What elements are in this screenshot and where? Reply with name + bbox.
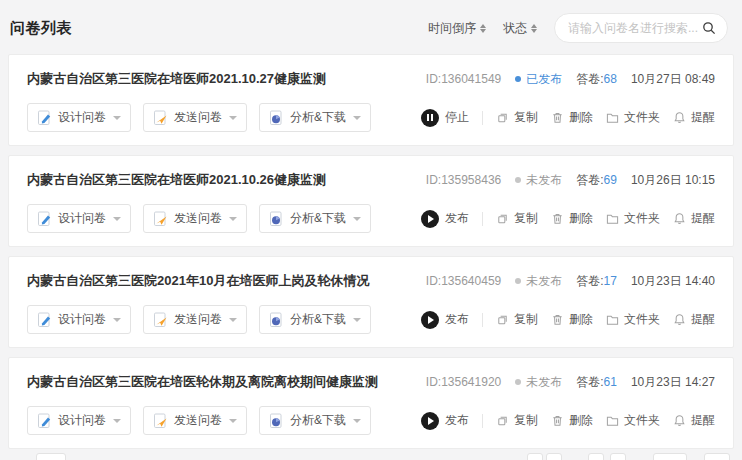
card-header-row: 内蒙古自治区第三医院2021年10月在培医师上岗及轮休情况 ID:1356404… bbox=[27, 272, 715, 290]
analyze-download-button[interactable]: 分析&下载 bbox=[259, 204, 371, 233]
partial-button[interactable] bbox=[588, 453, 604, 460]
chevron-down-icon bbox=[113, 116, 121, 120]
copy-label: 复制 bbox=[514, 412, 538, 429]
divider bbox=[482, 212, 483, 226]
publish-toggle-button[interactable]: 发布 bbox=[421, 311, 469, 329]
analyze-download-button[interactable]: 分析&下载 bbox=[259, 305, 371, 334]
answers-label: 答卷: bbox=[576, 375, 603, 389]
partial-button[interactable] bbox=[704, 453, 730, 460]
delete-label: 删除 bbox=[569, 412, 593, 429]
survey-date: 10月23日 14:27 bbox=[631, 374, 715, 391]
status-label: 未发布 bbox=[526, 172, 562, 189]
copy-button[interactable]: 复制 bbox=[496, 311, 538, 328]
bell-icon bbox=[673, 414, 686, 427]
search-input[interactable] bbox=[568, 21, 702, 35]
design-survey-button[interactable]: 设计问卷 bbox=[27, 305, 131, 334]
copy-icon bbox=[496, 212, 509, 225]
search-icon[interactable] bbox=[702, 21, 716, 35]
partial-button[interactable] bbox=[527, 453, 543, 460]
folder-button[interactable]: 文件夹 bbox=[606, 311, 660, 328]
remind-button[interactable]: 提醒 bbox=[673, 210, 715, 227]
survey-title[interactable]: 内蒙古自治区第三医院2021年10月在培医师上岗及轮休情况 bbox=[27, 272, 369, 290]
survey-list: 内蒙古自治区第三医院在培医师2021.10.27健康监测 ID:13604154… bbox=[0, 54, 742, 449]
delete-button[interactable]: 删除 bbox=[551, 210, 593, 227]
trash-icon bbox=[551, 414, 564, 427]
card-header-row: 内蒙古自治区第三医院在培医轮休期及离院离校期间健康监测 ID:135641920… bbox=[27, 373, 715, 391]
status-badge: 未发布 bbox=[515, 374, 562, 391]
survey-title[interactable]: 内蒙古自治区第三医院在培医师2021.10.26健康监测 bbox=[27, 171, 326, 189]
remind-label: 提醒 bbox=[691, 109, 715, 126]
answers-count: 答卷:68 bbox=[576, 71, 617, 88]
partial-button[interactable] bbox=[546, 453, 562, 460]
answers-number[interactable]: 69 bbox=[604, 173, 617, 187]
right-actions: 发布 复制 删除 bbox=[421, 210, 715, 228]
publish-toggle-button[interactable]: 发布 bbox=[421, 412, 469, 430]
answers-number[interactable]: 17 bbox=[604, 274, 617, 288]
chevron-down-icon bbox=[353, 419, 361, 423]
survey-id: ID:136041549 bbox=[426, 72, 501, 86]
analyze-download-button[interactable]: 分析&下载 bbox=[259, 103, 371, 132]
analyze-download-label: 分析&下载 bbox=[290, 210, 346, 227]
answers-count: 答卷:69 bbox=[576, 172, 617, 189]
survey-date: 10月23日 14:40 bbox=[631, 273, 715, 290]
analyze-download-label: 分析&下载 bbox=[290, 109, 346, 126]
delete-button[interactable]: 删除 bbox=[551, 412, 593, 429]
copy-button[interactable]: 复制 bbox=[496, 210, 538, 227]
remind-button[interactable]: 提醒 bbox=[673, 412, 715, 429]
status-dot bbox=[515, 76, 521, 82]
chevron-down-icon bbox=[353, 116, 361, 120]
send-survey-button[interactable]: 发送问卷 bbox=[143, 305, 247, 334]
remind-button[interactable]: 提醒 bbox=[673, 311, 715, 328]
answers-number[interactable]: 61 bbox=[604, 375, 617, 389]
folder-button[interactable]: 文件夹 bbox=[606, 412, 660, 429]
send-doc-icon bbox=[153, 413, 168, 429]
copy-button[interactable]: 复制 bbox=[496, 412, 538, 429]
answers-number[interactable]: 68 bbox=[604, 72, 617, 86]
status-dot bbox=[515, 278, 521, 284]
partial-button[interactable] bbox=[610, 453, 626, 460]
status-dot bbox=[515, 379, 521, 385]
design-survey-label: 设计问卷 bbox=[58, 311, 106, 328]
status-label: 未发布 bbox=[526, 273, 562, 290]
folder-icon bbox=[606, 313, 619, 326]
publish-toggle-button[interactable]: 停止 bbox=[421, 109, 469, 127]
design-survey-button[interactable]: 设计问卷 bbox=[27, 406, 131, 435]
status-badge: 未发布 bbox=[515, 273, 562, 290]
delete-button[interactable]: 删除 bbox=[551, 109, 593, 126]
left-actions: 设计问卷 发送问卷 分析& bbox=[27, 305, 371, 334]
copy-icon bbox=[496, 313, 509, 326]
chevron-down-icon bbox=[229, 318, 237, 322]
design-survey-button[interactable]: 设计问卷 bbox=[27, 103, 131, 132]
folder-label: 文件夹 bbox=[624, 109, 660, 126]
delete-button[interactable]: 删除 bbox=[551, 311, 593, 328]
sort-status-dropdown[interactable]: 状态 bbox=[503, 20, 537, 37]
copy-button[interactable]: 复制 bbox=[496, 109, 538, 126]
copy-icon bbox=[496, 414, 509, 427]
analyze-doc-icon bbox=[269, 312, 284, 328]
survey-title[interactable]: 内蒙古自治区第三医院在培医轮休期及离院离校期间健康监测 bbox=[27, 373, 378, 391]
survey-title[interactable]: 内蒙古自治区第三医院在培医师2021.10.27健康监测 bbox=[27, 70, 326, 88]
search-box[interactable] bbox=[554, 13, 728, 43]
chevron-down-icon bbox=[229, 116, 237, 120]
remind-label: 提醒 bbox=[691, 311, 715, 328]
partial-button[interactable] bbox=[36, 453, 66, 460]
analyze-download-button[interactable]: 分析&下载 bbox=[259, 406, 371, 435]
folder-button[interactable]: 文件夹 bbox=[606, 210, 660, 227]
survey-id: ID:135641920 bbox=[426, 375, 501, 389]
send-survey-label: 发送问卷 bbox=[174, 109, 222, 126]
design-survey-button[interactable]: 设计问卷 bbox=[27, 204, 131, 233]
trash-icon bbox=[551, 111, 564, 124]
send-survey-button[interactable]: 发送问卷 bbox=[143, 204, 247, 233]
publish-state-icon bbox=[421, 311, 439, 329]
delete-label: 删除 bbox=[569, 311, 593, 328]
send-survey-button[interactable]: 发送问卷 bbox=[143, 103, 247, 132]
publish-toggle-button[interactable]: 发布 bbox=[421, 210, 469, 228]
sort-time-dropdown[interactable]: 时间倒序 bbox=[428, 20, 486, 37]
play-icon bbox=[428, 316, 434, 324]
survey-card: 内蒙古自治区第三医院在培医轮休期及离院离校期间健康监测 ID:135641920… bbox=[8, 357, 734, 449]
send-survey-button[interactable]: 发送问卷 bbox=[143, 406, 247, 435]
status-dot bbox=[515, 177, 521, 183]
remind-button[interactable]: 提醒 bbox=[673, 109, 715, 126]
folder-button[interactable]: 文件夹 bbox=[606, 109, 660, 126]
partial-button[interactable] bbox=[653, 453, 687, 460]
